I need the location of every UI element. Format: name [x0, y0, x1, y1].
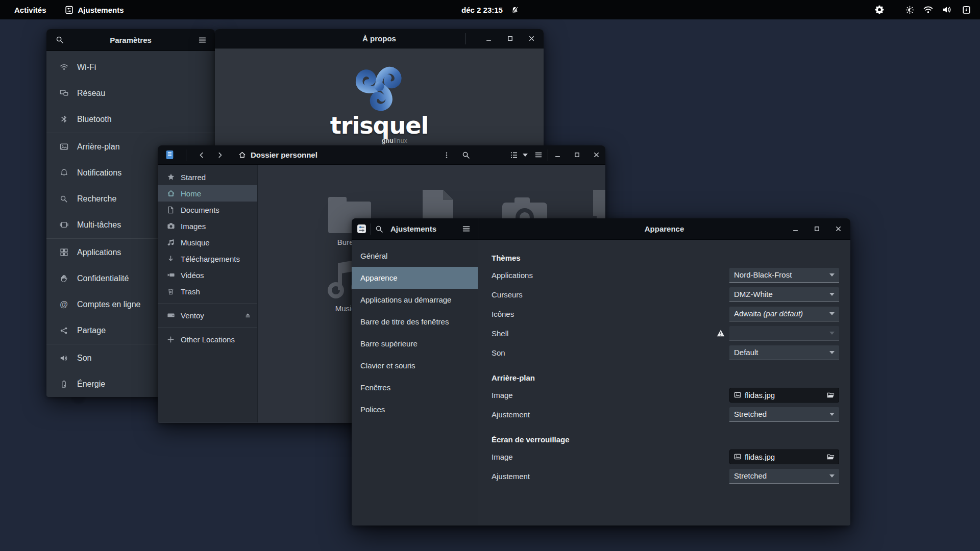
tweaks-item-startup-apps[interactable]: Applications au démarrage [352, 289, 478, 311]
apps-grid-icon [59, 248, 68, 257]
home-icon [166, 189, 175, 197]
tweaks-item-window-titlebars[interactable]: Barre de titre des fenêtres [352, 311, 478, 333]
lockscreen-adjustment-dropdown[interactable]: Stretched [729, 469, 839, 484]
maximize-button[interactable] [813, 225, 821, 233]
about-titlebar[interactable]: À propos [215, 29, 544, 48]
network-icon [59, 89, 68, 97]
app-indicator[interactable]: Ajustements [65, 6, 124, 14]
chevron-down-icon [829, 474, 835, 478]
open-file-icon [827, 453, 835, 461]
sidebar-item-ventoy[interactable]: Ventoy [158, 307, 257, 323]
sidebar-item-documents[interactable]: Documents [158, 202, 257, 218]
speaker-icon [59, 354, 68, 362]
sidebar-item-bluetooth[interactable]: Bluetooth [46, 106, 215, 132]
wifi-status-icon[interactable] [923, 6, 933, 14]
hamburger-menu-icon[interactable] [534, 151, 543, 159]
tweaks-item-general[interactable]: Général [352, 245, 478, 267]
sidebar-item-home[interactable]: Home [158, 185, 257, 202]
search-icon[interactable] [375, 225, 383, 233]
view-list-icon[interactable] [510, 151, 518, 159]
separator [371, 223, 371, 235]
desktop: Activités Ajustements déc 2 23:15 [0, 0, 980, 551]
setting-row-background-image: Image flidas.jpg [492, 385, 839, 405]
gear-icon[interactable] [875, 5, 884, 14]
separator [548, 149, 548, 161]
about-content: trisquel gnulinux [215, 48, 544, 144]
search-icon[interactable] [462, 151, 470, 159]
tweaks-item-keyboard-mouse[interactable]: Clavier et souris [352, 355, 478, 377]
close-button[interactable] [834, 225, 842, 233]
kebab-menu-icon[interactable] [443, 151, 451, 159]
tweaks-item-top-bar[interactable]: Barre supérieure [352, 333, 478, 355]
sidebar-item-downloads[interactable]: Téléchargements [158, 251, 257, 267]
forward-button[interactable] [216, 151, 224, 159]
tweaks-sidebar: Général Apparence Applications au démarr… [352, 240, 478, 525]
tweaks-item-fonts[interactable]: Polices [352, 398, 478, 420]
maximize-button[interactable] [573, 151, 581, 159]
sound-theme-dropdown[interactable]: Default [729, 345, 839, 360]
bluetooth-icon [59, 115, 68, 123]
setting-row-shell-theme: Shell [492, 323, 839, 343]
minimize-button[interactable] [484, 35, 493, 43]
location-button[interactable]: Dossier personnel [238, 151, 317, 159]
battery-icon [59, 380, 68, 388]
sidebar-item-wifi[interactable]: Wi-Fi [46, 54, 215, 80]
top-bar: Activités Ajustements déc 2 23:15 [0, 0, 980, 19]
minimize-button[interactable] [791, 225, 799, 233]
music-note-icon [166, 239, 175, 246]
setting-row-applications-theme: Applications Nord-Black-Frost [492, 265, 839, 285]
sidebar-item-starred[interactable]: Starred [158, 169, 257, 185]
eject-icon[interactable] [243, 312, 252, 319]
separator [46, 133, 215, 133]
notifications-muted-icon [511, 6, 519, 14]
tweaks-titlebar[interactable]: Ajustements Apparence [352, 218, 850, 240]
sidebar-item-trash[interactable]: Trash [158, 283, 257, 299]
files-titlebar[interactable]: Dossier personnel [158, 145, 605, 165]
section-heading-background: Arrière-plan [492, 370, 839, 385]
chevron-down-icon [829, 351, 835, 354]
sidebar-item-images[interactable]: Images [158, 218, 257, 234]
applications-theme-dropdown[interactable]: Nord-Black-Frost [729, 268, 839, 283]
minimize-button[interactable] [553, 151, 561, 159]
video-icon [166, 271, 175, 279]
sidebar-item-videos[interactable]: Vidéos [158, 267, 257, 283]
shell-theme-dropdown [729, 326, 839, 341]
settings-titlebar[interactable]: Paramètres [46, 29, 215, 51]
background-image-button[interactable]: flidas.jpg [729, 388, 839, 403]
volume-icon[interactable] [942, 6, 952, 14]
hand-icon [59, 274, 68, 283]
night-light-icon[interactable] [905, 6, 914, 14]
hamburger-menu-icon[interactable] [462, 224, 471, 233]
files-app-icon [165, 150, 175, 160]
tweaks-item-appearance[interactable]: Apparence [352, 267, 478, 289]
maximize-button[interactable] [506, 35, 514, 43]
activities-button[interactable]: Activités [14, 6, 46, 14]
chevron-down-icon [829, 293, 835, 296]
back-button[interactable] [198, 151, 206, 159]
search-icon [59, 195, 68, 203]
setting-row-lockscreen-adjustment: Ajustement Stretched [492, 466, 839, 486]
battery-charging-icon[interactable] [961, 6, 972, 14]
view-options-chevron[interactable] [521, 151, 529, 159]
trash-icon [166, 288, 175, 295]
sidebar-item-music[interactable]: Musique [158, 234, 257, 251]
icon-theme-dropdown[interactable]: Adwaita (par défaut) [729, 307, 839, 321]
close-button[interactable] [527, 35, 535, 43]
clock-area[interactable]: déc 2 23:15 [461, 6, 519, 14]
search-icon[interactable] [56, 36, 64, 44]
tweaks-item-windows[interactable]: Fenêtres [352, 377, 478, 398]
wifi-icon [59, 63, 68, 71]
plus-icon [166, 336, 175, 343]
chevron-down-icon [829, 273, 835, 277]
sidebar-item-network[interactable]: Réseau [46, 80, 215, 106]
close-button[interactable] [592, 151, 600, 159]
tweaks-app-icon [357, 224, 366, 234]
lockscreen-image-button[interactable]: flidas.jpg [729, 449, 839, 464]
chevron-down-icon [829, 332, 835, 335]
sidebar-item-other-locations[interactable]: Other Locations [158, 331, 257, 347]
logo-subtitle: gnulinux [382, 137, 408, 144]
separator [465, 33, 466, 44]
cursor-theme-dropdown[interactable]: DMZ-White [729, 287, 839, 302]
hamburger-menu-icon[interactable] [198, 36, 207, 44]
background-adjustment-dropdown[interactable]: Stretched [729, 407, 839, 422]
